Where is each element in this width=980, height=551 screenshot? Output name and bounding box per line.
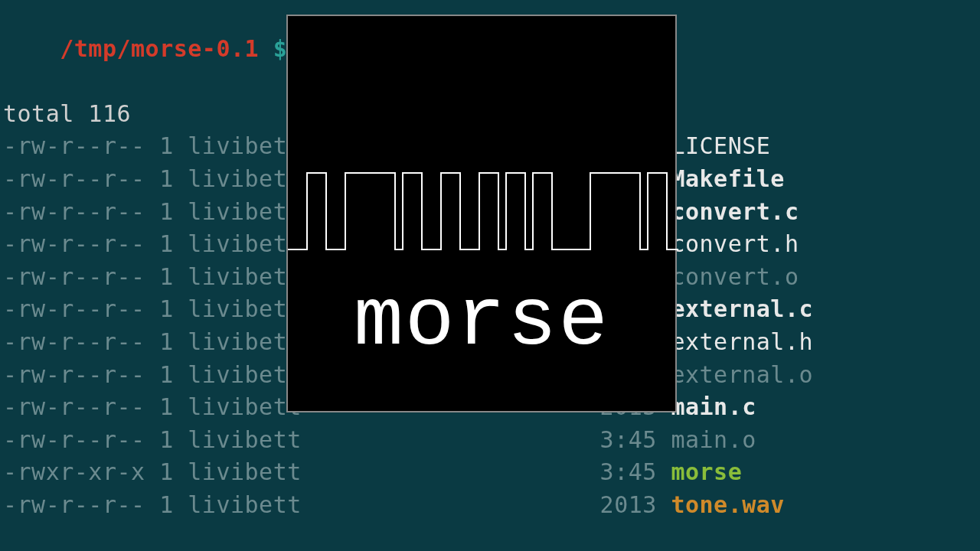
file-name: main.o (671, 426, 756, 453)
file-name: convert.h (671, 230, 799, 257)
file-name: external.h (671, 328, 813, 355)
file-name: main.c (671, 393, 756, 420)
file-name: tone.wav (671, 491, 785, 518)
file-name: morse (671, 458, 742, 485)
file-meta: -rw-r--r-- 1 livibett 3:45 (3, 426, 671, 453)
file-name: external.c (671, 295, 813, 322)
file-name: convert.c (671, 198, 799, 225)
file-name: convert.o (671, 263, 799, 290)
file-name: external.o (671, 361, 813, 388)
prompt-dir: /tmp/morse-0.1 (60, 35, 259, 62)
morse-logo-overlay: morse (286, 15, 677, 412)
file-meta: -rw-r--r-- 1 livibett 2013 (3, 491, 671, 518)
file-row: -rw-r--r-- 1 livibett 3:45 main.o (3, 424, 977, 457)
prompt-line-2: /tmp/morse-0.1 $ ./morse (3, 522, 977, 552)
overlay-label: morse (288, 263, 675, 380)
morse-wave-icon (288, 169, 678, 261)
file-row: -rw-r--r-- 1 livibett 2013 tone.wav (3, 489, 977, 522)
file-name: Makefile (671, 165, 785, 192)
file-name: LICENSE (671, 132, 770, 159)
file-meta: -rwxr-xr-x 1 livibett 3:45 (3, 458, 671, 485)
file-row: -rwxr-xr-x 1 livibett 3:45 morse (3, 456, 977, 489)
